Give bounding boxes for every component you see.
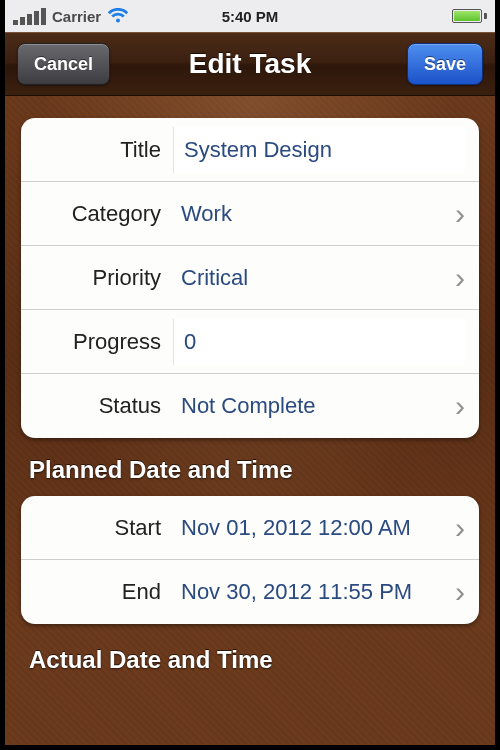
chevron-right-icon: › <box>449 389 465 423</box>
battery-icon <box>452 9 487 23</box>
title-label: Title <box>21 137 175 163</box>
progress-label: Progress <box>21 329 175 355</box>
actual-section-header: Actual Date and Time <box>29 646 475 674</box>
progress-input[interactable]: 0 <box>173 319 465 365</box>
device-frame: Carrier 5:40 PM Cancel Edit Task Save Ti… <box>0 0 500 750</box>
task-fields-group: Title System Design Category Work › Prio… <box>21 118 479 438</box>
category-label: Category <box>21 201 175 227</box>
planned-end-value: Nov 30, 2012 11:55 PM <box>175 579 449 605</box>
status-bar: Carrier 5:40 PM <box>5 0 495 32</box>
planned-end-label: End <box>21 579 175 605</box>
planned-dates-group: Start Nov 01, 2012 12:00 AM › End Nov 30… <box>21 496 479 624</box>
status-label: Status <box>21 393 175 419</box>
content-scroll[interactable]: Title System Design Category Work › Prio… <box>5 96 495 745</box>
chevron-right-icon: › <box>449 261 465 295</box>
priority-row[interactable]: Priority Critical › <box>21 246 479 310</box>
progress-row[interactable]: Progress 0 <box>21 310 479 374</box>
cancel-button[interactable]: Cancel <box>17 43 110 85</box>
category-row[interactable]: Category Work › <box>21 182 479 246</box>
nav-bar: Cancel Edit Task Save <box>5 32 495 96</box>
save-button[interactable]: Save <box>407 43 483 85</box>
chevron-right-icon: › <box>449 197 465 231</box>
planned-start-value: Nov 01, 2012 12:00 AM <box>175 515 449 541</box>
status-value: Not Complete <box>175 393 449 419</box>
planned-start-label: Start <box>21 515 175 541</box>
chevron-right-icon: › <box>449 511 465 545</box>
title-input[interactable]: System Design <box>173 127 465 173</box>
title-row[interactable]: Title System Design <box>21 118 479 182</box>
priority-label: Priority <box>21 265 175 291</box>
carrier-label: Carrier <box>52 8 101 25</box>
planned-section-header: Planned Date and Time <box>29 456 475 484</box>
status-row[interactable]: Status Not Complete › <box>21 374 479 438</box>
wifi-icon <box>107 8 129 24</box>
chevron-right-icon: › <box>449 575 465 609</box>
priority-value: Critical <box>175 265 449 291</box>
planned-end-row[interactable]: End Nov 30, 2012 11:55 PM › <box>21 560 479 624</box>
status-time: 5:40 PM <box>222 8 279 25</box>
status-left: Carrier <box>13 8 129 25</box>
page-title: Edit Task <box>189 48 311 80</box>
signal-icon <box>13 8 46 25</box>
category-value: Work <box>175 201 449 227</box>
planned-start-row[interactable]: Start Nov 01, 2012 12:00 AM › <box>21 496 479 560</box>
